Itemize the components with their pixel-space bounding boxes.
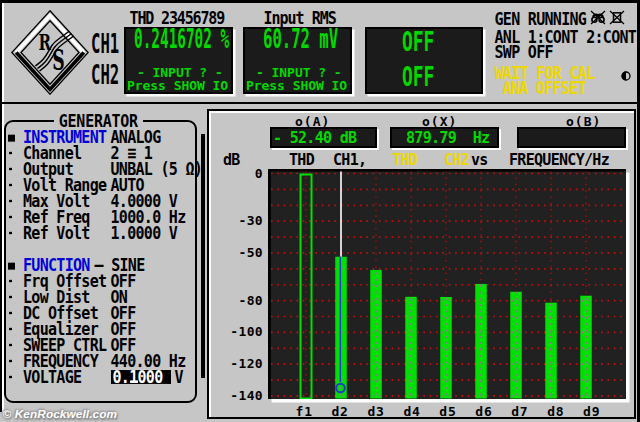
status-warn-offset: ANA OFFSET (503, 79, 586, 98)
chart-trace1-ch: CH1, (333, 152, 366, 168)
menu-item-label: VOLTAGE (23, 368, 81, 387)
status-gen: GEN RUNNING (495, 10, 587, 29)
x-tick-d2: d2 (320, 405, 360, 418)
readout-a-label: o(A) (295, 115, 330, 128)
rms-line2: - INPUT ? - (256, 66, 342, 79)
x-tick-d5: d5 (428, 405, 468, 418)
thd-panel: 0.2416702 % - INPUT ? - Press SHOW IO (124, 27, 233, 94)
readout-b-label: o(B) (566, 115, 601, 128)
rms-line3: Press SHOW IO (246, 79, 347, 92)
generator-scrollbar[interactable] (201, 134, 205, 378)
chart-vs: vs (471, 152, 488, 168)
off-panel: OFF OFF (365, 27, 483, 94)
readout-x-value: 879.79 Hz (406, 130, 489, 146)
svg-text:R: R (38, 28, 51, 55)
status-divider (0, 102, 640, 105)
menu-item-value: 1.0000 V (111, 224, 178, 243)
chart-xlabel: FREQUENCY/Hz (509, 152, 609, 168)
thd-value: 0.2416702 % (134, 26, 229, 52)
x-tick-d3: d3 (356, 405, 396, 418)
y-tick--80: -80 (219, 294, 263, 307)
readout-b-box (517, 127, 626, 148)
rms-panel: 60.72 mV - INPUT ? - Press SHOW IO (243, 27, 352, 94)
ch2-label: CH2 (91, 62, 119, 88)
edit-cursor (130, 380, 138, 382)
contrast-icon (621, 66, 631, 85)
off-value-1: OFF (402, 29, 434, 55)
plot-area[interactable] (268, 169, 626, 399)
svg-text:S: S (52, 45, 65, 76)
x-tick-f1: f1 (284, 405, 324, 418)
thd-line3: Press SHOW IO (127, 79, 228, 92)
x-tick-d7: d7 (500, 405, 540, 418)
y-tick--100: -100 (219, 325, 263, 338)
bar-d3 (370, 270, 382, 399)
y-tick--140: -140 (219, 389, 263, 402)
status-swp: SWP OFF (495, 43, 553, 62)
menu-bullet-dash (9, 368, 12, 387)
rs-logo: R S (11, 10, 89, 99)
chart-trace2: THD (392, 152, 417, 168)
y-tick--50: -50 (219, 246, 263, 259)
off-value-2: OFF (402, 64, 434, 90)
x-tick-d6: d6 (464, 405, 504, 418)
readout-a-box: - 52.40 dB (270, 127, 377, 148)
x-tick-d8: d8 (536, 405, 576, 418)
y-tick--30: -30 (219, 214, 263, 227)
edit-field[interactable]: 0.1000 (111, 369, 172, 384)
menu-item-label: Ref Volt (23, 224, 90, 243)
instrument-screen: R S CH1 CH2 THD 23456789 0.2416702 % - I… (0, 0, 640, 422)
chart-trace2-ch: CH2 (444, 152, 469, 168)
menu-item-voltage[interactable]: VOLTAGE0.1000V (0, 368, 196, 387)
chart-trace1: THD (289, 152, 314, 168)
menu-item-ref-volt[interactable]: Ref Volt1.0000 V (0, 224, 196, 243)
menu-bullet-dash (9, 224, 12, 243)
bar-d7 (510, 292, 522, 399)
readout-x-box: 879.79 Hz (390, 127, 499, 148)
readout-x-label: o(X) (422, 115, 457, 128)
menu-item-value: 0.1000V (111, 368, 183, 387)
thd-line2: - INPUT ? - (137, 66, 223, 79)
y-tick--120: -120 (219, 357, 263, 370)
x-tick-d9: d9 (572, 405, 612, 418)
x-tick-d4: d4 (392, 405, 432, 418)
rms-value: 60.72 mV (263, 26, 338, 52)
readout-a-value: - 52.40 dB (273, 130, 356, 146)
frame-top (0, 0, 640, 3)
y-tick-0: 0 (219, 167, 263, 180)
ch1-label: CH1 (91, 31, 119, 57)
generator-menu: INSTRUMENTANALOGChannel2 ≡ 1OutputUNBAL … (0, 129, 196, 389)
watermark: © KenRockwell.com (3, 407, 118, 421)
